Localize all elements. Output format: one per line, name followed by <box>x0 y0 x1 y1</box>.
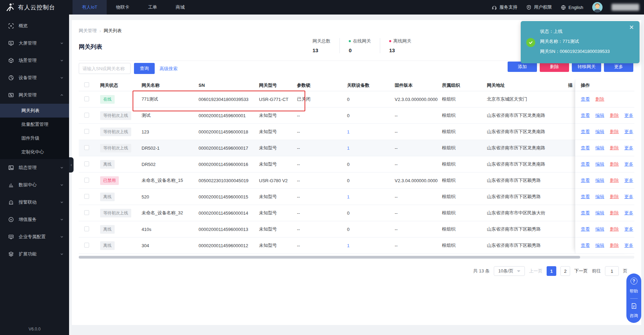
query-button[interactable]: 查询 <box>134 63 155 74</box>
table-row[interactable]: 在线 771测试 00601923041800039533 USR-G771-C… <box>79 91 634 108</box>
table-row[interactable]: 离线 410s 00002000114596000013 未知型号 -- 0 -… <box>79 221 634 238</box>
op-delete-link[interactable]: 删除 <box>610 242 619 249</box>
user-avatar[interactable] <box>592 2 603 12</box>
op-delete-link[interactable]: 删除 <box>610 177 619 184</box>
sidebar-item-gateway-list[interactable]: 网关列表 <box>0 104 69 118</box>
horizontal-scrollbar-thumb[interactable] <box>79 256 580 259</box>
table-row[interactable]: 离线 DR502 00002000114596000016 未知型号 -- 0 … <box>79 156 634 173</box>
username-blurred[interactable] <box>612 4 639 11</box>
op-view-link[interactable]: 查看 <box>581 112 590 119</box>
row-checkbox[interactable] <box>84 243 89 248</box>
op-view-link[interactable]: 查看 <box>581 96 590 102</box>
table-row[interactable]: 等待初次上线 123 00002000114596000018 未知型号 -- … <box>79 124 634 140</box>
op-more-link[interactable]: 更多 <box>624 161 633 167</box>
page-size-select[interactable]: 10条/页 <box>494 266 525 276</box>
page-button-2[interactable]: 2 <box>560 266 570 276</box>
table-row[interactable]: 离线 304 00002000114596000012 未知型号 -- 1 --… <box>79 238 634 254</box>
op-edit-link[interactable]: 编辑 <box>595 242 604 249</box>
user-permission-link[interactable]: 用户权限 <box>526 4 552 10</box>
sidebar-item-alarm-linkage[interactable]: 报警联动 <box>0 194 69 211</box>
op-more-link[interactable]: 更多 <box>624 210 633 216</box>
op-more-link[interactable]: 更多 <box>624 226 633 232</box>
service-support-link[interactable]: 服务支持 <box>492 4 517 10</box>
op-view-link[interactable]: 查看 <box>581 210 590 216</box>
tab-mall[interactable]: 商城 <box>166 0 194 15</box>
help-label[interactable]: 帮助 <box>630 288 638 294</box>
toast-close-icon[interactable]: ✕ <box>629 24 634 31</box>
help-question-icon[interactable]: ? <box>631 278 637 285</box>
op-delete-link[interactable]: 删除 <box>595 96 604 102</box>
sidebar-item-extensions[interactable]: 扩展功能 <box>0 245 69 263</box>
table-row[interactable]: 离线 520 00002000114596000015 未知型号 -- 1 --… <box>79 189 634 205</box>
tab-work-order[interactable]: 工单 <box>139 0 166 15</box>
op-view-link[interactable]: 查看 <box>581 145 590 151</box>
prev-page-button[interactable]: 上一页 <box>529 268 542 274</box>
row-checkbox[interactable] <box>84 113 89 118</box>
row-checkbox[interactable] <box>84 226 89 231</box>
row-checkbox[interactable] <box>84 178 89 183</box>
op-view-link[interactable]: 查看 <box>581 194 590 200</box>
op-edit-link[interactable]: 编辑 <box>595 129 604 135</box>
sidebar-item-enterprise-config[interactable]: 企业专属配置 <box>0 228 69 245</box>
sidebar-item-data-center[interactable]: 数据中心 <box>0 176 69 194</box>
op-view-link[interactable]: 查看 <box>581 161 590 167</box>
op-more-link[interactable]: 更多 <box>624 129 633 135</box>
goto-page-input[interactable] <box>605 266 619 276</box>
table-row[interactable]: 等待初次上线 未命名_设备名称_32 00002000114596000014 … <box>79 205 634 221</box>
sidebar-item-device-mgmt[interactable]: 设备管理 <box>0 69 69 86</box>
table-row[interactable]: 已禁用 未命名_设备名称_15 00500223010300045019 USR… <box>79 173 634 189</box>
op-more-link[interactable]: 更多 <box>624 112 633 119</box>
op-more-link[interactable]: 更多 <box>624 177 633 184</box>
next-page-button[interactable]: 下一页 <box>574 268 588 274</box>
horizontal-scrollbar-track[interactable] <box>79 256 634 259</box>
row-checkbox[interactable] <box>84 129 89 134</box>
op-more-link[interactable]: 更多 <box>624 242 633 249</box>
row-checkbox[interactable] <box>84 145 89 150</box>
op-delete-link[interactable]: 删除 <box>610 194 619 200</box>
op-view-link[interactable]: 查看 <box>581 177 590 184</box>
language-switch[interactable]: English <box>561 5 583 10</box>
sidebar-item-gateway-mgmt[interactable]: 网关管理 <box>0 86 69 104</box>
op-edit-link[interactable]: 编辑 <box>595 145 604 151</box>
op-edit-link[interactable]: 编辑 <box>595 161 604 167</box>
row-checkbox[interactable] <box>84 194 89 199</box>
sidebar-item-screen-mgmt[interactable]: 大屏管理 <box>0 35 69 52</box>
table-row[interactable]: 等待初次上线 测试 0000200011459600001 未知型号 -- 0 … <box>79 108 634 124</box>
op-delete-link[interactable]: 删除 <box>610 145 619 151</box>
sidebar-item-value-added-services[interactable]: 增值服务 <box>0 211 69 228</box>
op-delete-link[interactable]: 删除 <box>610 226 619 232</box>
sidebar-item-batch-config[interactable]: 批量配置管理 <box>0 118 69 131</box>
sidebar-collapse-handle[interactable]: ‹ <box>69 157 74 173</box>
op-edit-link[interactable]: 编辑 <box>595 210 604 216</box>
row-checkbox[interactable] <box>84 210 89 215</box>
op-delete-link[interactable]: 删除 <box>610 112 619 119</box>
page-button-1[interactable]: 1 <box>547 266 556 276</box>
op-edit-link[interactable]: 编辑 <box>595 194 604 200</box>
op-view-link[interactable]: 查看 <box>581 129 590 135</box>
row-checkbox[interactable] <box>84 96 89 101</box>
sidebar-item-customization-center[interactable]: 定制化中心 <box>0 145 69 159</box>
op-edit-link[interactable]: 编辑 <box>595 112 604 119</box>
op-delete-link[interactable]: 删除 <box>610 161 619 167</box>
op-delete-link[interactable]: 删除 <box>610 210 619 216</box>
op-delete-link[interactable]: 删除 <box>610 129 619 135</box>
sidebar-item-firmware-upgrade[interactable]: 固件升级 <box>0 131 69 145</box>
tab-iot-card[interactable]: 物联卡 <box>107 0 139 15</box>
select-all-checkbox[interactable] <box>84 82 89 87</box>
sidebar-item-overview[interactable]: 概览 <box>0 17 69 35</box>
breadcrumb-parent[interactable]: 网关管理 <box>79 28 97 34</box>
search-input[interactable] <box>79 63 131 74</box>
op-more-link[interactable]: 更多 <box>624 194 633 200</box>
op-edit-link[interactable]: 编辑 <box>595 226 604 232</box>
consult-label[interactable]: 咨询 <box>630 313 638 319</box>
sidebar-item-scene-mgmt[interactable]: 场景管理 <box>0 52 69 69</box>
row-checkbox[interactable] <box>84 161 89 166</box>
advanced-search-link[interactable]: 高级搜索 <box>160 66 177 72</box>
table-row[interactable]: 等待初次上线 DR502-1 00002000114596000017 未知型号… <box>79 140 634 156</box>
op-more-link[interactable]: 更多 <box>624 145 633 151</box>
op-view-link[interactable]: 查看 <box>581 226 590 232</box>
op-edit-link[interactable]: 编辑 <box>595 177 604 184</box>
tab-usr-iot[interactable]: 有人IoT <box>73 0 107 15</box>
op-view-link[interactable]: 查看 <box>581 242 590 249</box>
consult-doc-icon[interactable] <box>631 303 637 309</box>
